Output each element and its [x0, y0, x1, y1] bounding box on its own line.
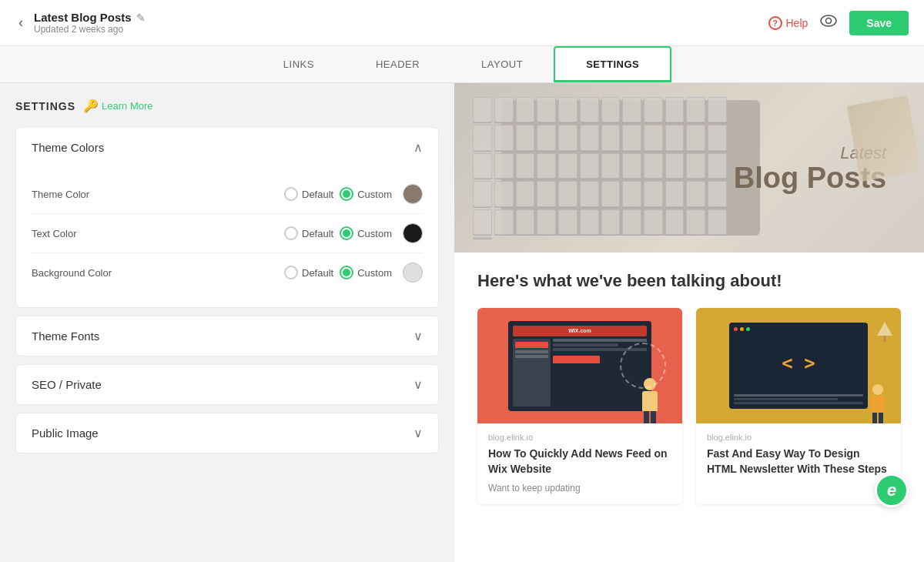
content-line-2: [553, 343, 619, 346]
card-1-title: How To Quickly Add News Feed on Wix Webs…: [488, 447, 671, 477]
widget-info: Latest Blog Posts ✎ Updated 2 weeks ago: [34, 11, 146, 35]
public-image-section: Public Image ∨: [15, 413, 439, 453]
person-body-2: [871, 396, 885, 413]
card-1: WIX.com: [477, 308, 682, 504]
background-color-default-radio[interactable]: [284, 266, 298, 279]
dot-yellow: [740, 327, 744, 331]
card-2-source: blog.elink.io: [707, 433, 890, 442]
dot-green: [746, 327, 750, 331]
tree-trunk: [883, 336, 886, 342]
card-2-thumbnail: < >: [696, 308, 901, 423]
book-decoration: [847, 95, 921, 182]
widget-title: Latest Blog Posts: [34, 11, 132, 24]
eye-icon: [820, 15, 837, 27]
theme-colors-content: Theme Color Default Custom: [16, 167, 438, 307]
text-color-custom-option[interactable]: Custom: [340, 226, 392, 240]
text-color-row: Text Color Default Custom: [32, 214, 423, 253]
theme-color-default-radio[interactable]: [284, 187, 298, 201]
top-bar-right: ? Help Save: [768, 11, 909, 35]
theme-color-row: Theme Color Default Custom: [32, 175, 423, 214]
card-1-meta: blog.elink.io How To Quickly Add News Fe…: [477, 423, 682, 504]
text-color-default-radio[interactable]: [284, 226, 298, 240]
person-body-1: [642, 391, 658, 411]
card-1-source: blog.elink.io: [488, 433, 671, 442]
right-panel: Latest Blog Posts Here's what we've been…: [454, 83, 924, 562]
card-1-thumbnail: WIX.com: [477, 308, 682, 423]
theme-colors-chevron-up-icon: ∧: [413, 140, 423, 155]
card-2-title: Fast And Easy Way To Design HTML Newslet…: [707, 447, 890, 477]
person-leg-right-1: [651, 411, 656, 423]
theme-fonts-section: Theme Fonts ∨: [15, 316, 439, 356]
sidebar-block-3: [515, 355, 548, 358]
text-color-custom-radio[interactable]: [340, 226, 353, 240]
theme-color-radio-group: Default Custom: [284, 187, 392, 201]
card-2: < >: [696, 308, 901, 504]
cards-grid: WIX.com: [477, 308, 901, 504]
person-leg-left-2: [872, 413, 877, 423]
wix-label: WIX.com: [568, 328, 591, 333]
tab-settings[interactable]: SETTINGS: [554, 46, 671, 82]
tab-links[interactable]: LINKS: [253, 46, 345, 82]
theme-fonts-chevron-down-icon: ∨: [413, 329, 423, 343]
mockup-header-bar: WIX.com: [513, 326, 647, 336]
card-2-mockup: < >: [729, 323, 869, 410]
background-color-custom-option[interactable]: Custom: [340, 266, 392, 279]
text-color-radio-group: Default Custom: [284, 226, 392, 240]
card-2-meta: blog.elink.io Fast And Easy Way To Desig…: [696, 423, 901, 490]
nav-tabs: LINKS HEADER LAYOUT SETTINGS: [0, 46, 924, 83]
back-button[interactable]: ‹: [15, 12, 26, 34]
person-head-2: [872, 384, 883, 395]
learn-more-link[interactable]: 🔑 Learn More: [83, 99, 152, 113]
sidebar-block-2: [515, 350, 548, 353]
text-color-swatch[interactable]: [403, 223, 423, 243]
theme-color-custom-option[interactable]: Custom: [340, 187, 392, 201]
help-question-icon: ?: [768, 16, 782, 30]
public-image-header[interactable]: Public Image ∨: [16, 413, 438, 453]
settings-header: SETTINGS 🔑 Learn More: [15, 99, 439, 113]
mockup-sidebar: [513, 339, 551, 406]
code-lines: [734, 394, 864, 404]
widget-subtitle: Updated 2 weeks ago: [34, 24, 146, 35]
seo-private-section: SEO / Private ∨: [15, 364, 439, 405]
text-color-default-option[interactable]: Default: [284, 226, 333, 240]
person-leg-right-2: [879, 413, 883, 423]
tab-layout[interactable]: LAYOUT: [450, 46, 554, 82]
tab-header[interactable]: HEADER: [345, 46, 450, 82]
edit-icon[interactable]: ✎: [136, 12, 146, 24]
code-brackets-icon: < >: [782, 353, 815, 374]
seo-private-header[interactable]: SEO / Private ∨: [16, 365, 438, 404]
theme-color-swatch[interactable]: [403, 184, 423, 204]
public-image-chevron-down-icon: ∨: [413, 426, 423, 440]
person-leg-left-1: [644, 411, 649, 423]
card-1-excerpt: Want to keep updating: [488, 481, 671, 495]
tree-top: [877, 322, 892, 336]
left-panel: SETTINGS 🔑 Learn More Theme Colors ∧ The…: [0, 83, 454, 562]
theme-color-default-option[interactable]: Default: [284, 187, 333, 201]
sidebar-block-1: [515, 342, 548, 348]
keyboard-keys: [473, 97, 726, 239]
settings-title: SETTINGS: [15, 100, 75, 112]
top-bar: ‹ Latest Blog Posts ✎ Updated 2 weeks ag…: [0, 0, 924, 46]
elink-logo: e: [875, 473, 909, 507]
code-line-1: [734, 394, 864, 396]
code-line-2: [734, 398, 838, 400]
save-button[interactable]: Save: [849, 11, 909, 35]
theme-fonts-header[interactable]: Theme Fonts ∨: [16, 316, 438, 356]
code-area: < >: [734, 335, 864, 393]
preview-button[interactable]: [820, 15, 837, 31]
circle-decoration-1: [620, 343, 666, 389]
svg-point-0: [821, 15, 836, 26]
theme-colors-header[interactable]: Theme Colors ∧: [16, 128, 438, 167]
background-color-swatch[interactable]: [403, 263, 423, 283]
main-content: SETTINGS 🔑 Learn More Theme Colors ∧ The…: [0, 83, 924, 562]
seo-private-chevron-down-icon: ∨: [413, 377, 423, 392]
theme-colors-section: Theme Colors ∧ Theme Color Default Custo…: [15, 127, 439, 308]
tree-decoration: [877, 322, 892, 342]
preview-subtitle: Here's what we've been talking about!: [477, 271, 901, 291]
background-color-custom-radio[interactable]: [340, 266, 353, 279]
background-color-default-option[interactable]: Default: [284, 266, 333, 279]
theme-color-custom-radio[interactable]: [340, 187, 353, 201]
code-line-3: [734, 402, 864, 404]
help-button[interactable]: ? Help: [768, 16, 808, 30]
background-color-row: Background Color Default Custom: [32, 253, 423, 292]
